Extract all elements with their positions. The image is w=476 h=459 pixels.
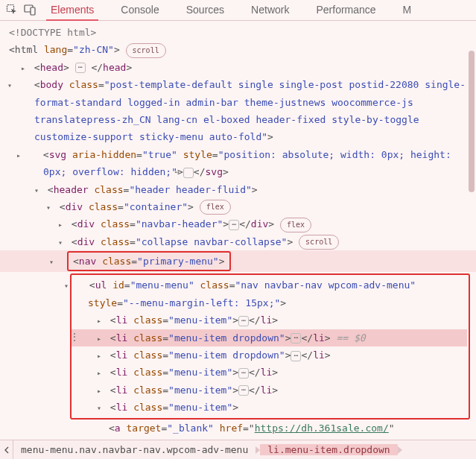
expand-toggle-icon[interactable] <box>97 382 104 399</box>
dom-line-head[interactable]: <head> ⋯ </head> <box>0 59 476 76</box>
expand-toggle-icon[interactable] <box>49 253 57 270</box>
devtools-toolbar: Elements Console Sources Network Perform… <box>0 0 476 21</box>
tab-sources[interactable]: Sources <box>183 4 227 20</box>
ellipsis-icon[interactable]: ⋯ <box>238 368 249 379</box>
tab-network[interactable]: Network <box>248 4 292 20</box>
dom-line-li-selected[interactable]: ⋮ <li class="menu-item dropdown">⋯</li> … <box>72 329 467 346</box>
pill-flex[interactable]: flex <box>200 200 231 215</box>
breadcrumb-segment[interactable]: menu-menu.nav.navbar-nav.wpcom-adv-menu <box>13 444 256 455</box>
toolbar-icons <box>6 4 37 20</box>
dom-line-header[interactable]: <header class="header header-fluid"> <box>0 181 476 198</box>
expand-toggle-icon[interactable] <box>76 276 83 294</box>
nav-element-highlight-box: <nav class="primary-menu"> <box>67 251 231 271</box>
dom-line-doctype[interactable]: <!DOCTYPE html> <box>0 24 476 41</box>
ellipsis-icon[interactable]: ⋯ <box>238 316 249 326</box>
ellipsis-icon[interactable]: ⋯ <box>238 385 249 396</box>
selection-indicator-icon: ⋮ <box>70 330 79 346</box>
breadcrumb: menu-menu.nav.navbar-nav.wpcom-adv-menu … <box>0 440 476 459</box>
breadcrumb-scroll-left-icon[interactable] <box>0 440 13 459</box>
expand-toggle-icon[interactable] <box>97 329 104 346</box>
dom-line-container[interactable]: <div class="container"> flex <box>0 198 476 215</box>
pill-scroll[interactable]: scroll <box>299 235 339 250</box>
tab-performance[interactable]: Performance <box>313 4 378 20</box>
expand-toggle-icon[interactable] <box>46 198 54 215</box>
dom-line-nav[interactable]: <nav class="primary-menu"> <box>0 250 476 272</box>
dom-line-collapse[interactable]: <div class="collapse navbar-collapse"> s… <box>0 233 476 250</box>
dom-line-anchor[interactable]: <a target="_blank" href="https://dh.361s… <box>0 420 476 437</box>
expand-toggle-icon[interactable] <box>97 311 104 329</box>
expand-toggle-icon[interactable] <box>21 76 28 93</box>
dom-line-html[interactable]: <html lang="zh-CN"> scroll <box>0 41 476 58</box>
tab-elements[interactable]: Elements <box>48 4 97 20</box>
expand-toggle-icon[interactable] <box>34 181 42 198</box>
dom-line-li-5[interactable]: <li class="menu-item">⋯</li> <box>72 382 467 399</box>
tab-more-truncated[interactable]: M <box>400 4 415 20</box>
ellipsis-icon[interactable]: ⋯ <box>291 351 301 361</box>
expand-toggle-icon[interactable] <box>97 346 104 364</box>
dom-line-navbar-header[interactable]: <div class="navbar-header">⋯</div> flex <box>0 215 476 232</box>
dom-line-li-6-open[interactable]: <li class="menu-item"> <box>72 399 467 416</box>
ellipsis-icon[interactable]: ⋯ <box>75 63 86 73</box>
ul-children-highlight-box: <ul id="menu-menu" class="nav navbar-nav… <box>70 273 470 419</box>
dom-line-li-4[interactable]: <li class="menu-item">⋯</li> <box>72 364 467 381</box>
expand-toggle-icon[interactable] <box>97 364 104 381</box>
expand-toggle-icon[interactable] <box>21 59 28 76</box>
breadcrumb-segment-active[interactable]: li.menu-item.dropdown <box>260 444 397 455</box>
svg-rect-2 <box>31 7 35 15</box>
inspect-element-icon[interactable] <box>6 4 18 16</box>
breadcrumb-separator-icon <box>398 446 402 454</box>
dom-tree-panel[interactable]: <!DOCTYPE html> <html lang="zh-CN"> scro… <box>0 21 476 437</box>
dom-line-li-1[interactable]: <li class="menu-item">⋯</li> <box>72 311 467 329</box>
dom-line-ul[interactable]: <ul id="menu-menu" class="nav navbar-nav… <box>72 276 467 311</box>
pill-scroll[interactable]: scroll <box>126 43 166 58</box>
ellipsis-icon[interactable]: ⋯ <box>291 333 301 344</box>
dom-line-li-3[interactable]: <li class="menu-item dropdown">⋯</li> <box>72 346 467 364</box>
expand-toggle-icon[interactable] <box>30 146 37 163</box>
devtools-tabs: Elements Console Sources Network Perform… <box>48 0 414 20</box>
expand-toggle-icon[interactable] <box>58 233 66 250</box>
vertical-scrollbar-thumb[interactable] <box>469 51 475 192</box>
ellipsis-icon[interactable]: ⋯ <box>183 168 194 178</box>
device-toolbar-icon[interactable] <box>24 4 37 16</box>
expand-toggle-icon[interactable] <box>58 215 66 232</box>
tab-console[interactable]: Console <box>118 4 162 20</box>
expand-toggle-icon[interactable] <box>97 399 104 416</box>
dom-line-body[interactable]: <body class="post-template-default singl… <box>0 76 476 146</box>
ellipsis-icon[interactable]: ⋯ <box>229 220 239 230</box>
dom-line-svg[interactable]: <svg aria-hidden="true" style="position:… <box>0 146 476 181</box>
pill-flex[interactable]: flex <box>280 218 311 232</box>
